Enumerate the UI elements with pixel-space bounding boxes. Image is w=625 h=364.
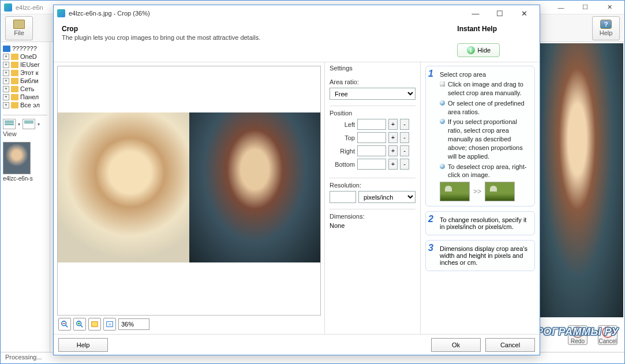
dimensions-value: None: [330, 222, 345, 229]
parent-minimize-button[interactable]: —: [549, 1, 572, 14]
right-input[interactable]: [357, 145, 386, 156]
svg-text:=: =: [108, 321, 111, 327]
dialog-close-button[interactable]: ✕: [512, 6, 536, 21]
area-ratio-select[interactable]: Free: [330, 88, 416, 100]
file-button[interactable]: File: [5, 16, 33, 40]
view-mode-icon[interactable]: [23, 119, 35, 129]
arrow-icon: >>: [473, 187, 481, 196]
resolution-input[interactable]: [330, 191, 356, 203]
tree-item[interactable]: +OneD: [3, 52, 47, 61]
folder-icon: [11, 78, 18, 84]
fit-icon: [91, 320, 99, 328]
hide-button-label: Hide: [478, 47, 491, 54]
expand-icon[interactable]: +: [3, 86, 9, 92]
crop-dialog: e4lzc-e6n-s.jpg - Crop (36%) — ☐ ✕ Crop …: [53, 5, 540, 355]
right-minus-button[interactable]: -: [400, 145, 409, 156]
svg-line-4: [81, 325, 83, 328]
help-step-3: 3 Dimensions display crop area's width a…: [425, 240, 535, 271]
zoom-toolbar: =: [56, 317, 322, 332]
help-bullet: Or select one of predefined area ratios.: [440, 99, 530, 117]
help-button-label: Help: [600, 29, 613, 36]
redo-label: Redo: [571, 338, 585, 344]
ok-button[interactable]: Ok: [431, 338, 481, 352]
folder-icon: [11, 94, 18, 100]
resolution-unit-select[interactable]: pixels/inch: [358, 191, 416, 203]
expand-icon[interactable]: +: [3, 78, 9, 84]
help-bullet: Click on image and drag to select crop a…: [440, 80, 530, 97]
dialog-header: Crop The plugin lets you crop images to …: [54, 21, 540, 62]
hide-button[interactable]: i Hide: [457, 43, 500, 57]
computer-icon: [3, 46, 10, 52]
zoom-in-button[interactable]: [73, 318, 86, 331]
sidebar: ??????? +OneD +IEUser +Этот к +Библи +Се…: [1, 42, 50, 352]
preview-frame[interactable]: [57, 66, 321, 316]
tree-item-label: OneD: [20, 53, 37, 60]
dialog-maximize-button[interactable]: ☐: [488, 6, 512, 21]
bottom-label: Bottom: [330, 161, 355, 168]
svg-line-1: [66, 325, 68, 328]
actual-size-button[interactable]: =: [103, 318, 116, 331]
parent-close-button[interactable]: ✕: [598, 1, 621, 14]
bottom-input[interactable]: [357, 159, 386, 170]
tree-item[interactable]: +Этот к: [3, 69, 47, 77]
left-label: Left: [330, 121, 355, 128]
expand-icon[interactable]: +: [3, 62, 9, 68]
help-column: 1 Select crop area Click on image and dr…: [421, 62, 540, 334]
folder-icon: [11, 54, 18, 60]
svg-rect-7: [92, 322, 98, 327]
top-input[interactable]: [357, 132, 386, 143]
help-thumbnails: >>: [440, 182, 530, 201]
help-step2-text: To change resolution, specify it in pixe…: [440, 216, 530, 230]
fit-screen-button[interactable]: [88, 318, 101, 331]
zoom-out-button[interactable]: [58, 318, 71, 331]
left-plus-button[interactable]: +: [388, 119, 398, 130]
dialog-subheading: The plugin lets you crop images to bring…: [62, 34, 457, 41]
top-plus-button[interactable]: +: [388, 132, 398, 143]
top-minus-button[interactable]: -: [400, 132, 409, 143]
preview-image: [540, 43, 623, 317]
help-step3-text: Dimensions display crop area's width and…: [440, 245, 530, 266]
right-plus-button[interactable]: +: [388, 145, 398, 156]
expand-icon[interactable]: +: [3, 70, 9, 76]
bottom-minus-button[interactable]: -: [400, 159, 409, 170]
dimensions-label: Dimensions:: [330, 213, 416, 220]
help-thumb-after: [485, 182, 515, 201]
help-step-2: 2 To change resolution, specify it in pi…: [425, 211, 535, 235]
help-button[interactable]: ? Help: [592, 16, 620, 40]
preview-image[interactable]: [58, 112, 320, 262]
zoom-in-icon: [76, 320, 84, 328]
expand-icon[interactable]: +: [3, 102, 9, 108]
dialog-titlebar[interactable]: e4lzc-e6n-s.jpg - Crop (36%) — ☐ ✕: [54, 5, 540, 21]
tree-item[interactable]: +Сеть: [3, 85, 47, 93]
status-text: Processing...: [5, 354, 42, 361]
top-label: Top: [330, 134, 355, 141]
settings-column: Settings Area ratio: Free Position Left+…: [325, 62, 421, 334]
zoom-input[interactable]: [118, 318, 149, 330]
dialog-footer: Help Ok Cancel: [54, 334, 540, 355]
tree-root[interactable]: ???????: [3, 44, 47, 52]
dialog-minimize-button[interactable]: —: [463, 6, 488, 21]
thumbnail[interactable]: [3, 142, 31, 174]
parent-maximize-button[interactable]: ☐: [574, 1, 597, 14]
help-step1-title: Select crop area: [440, 71, 530, 78]
tree-item[interactable]: +Панел: [3, 93, 47, 101]
tree-item-label: Панел: [20, 93, 39, 100]
dialog-heading: Crop: [62, 25, 457, 33]
expand-icon[interactable]: +: [3, 94, 9, 100]
view-mode-icon[interactable]: [3, 119, 16, 129]
tree-item[interactable]: +IEUser: [3, 61, 47, 69]
step-number: 3: [428, 243, 433, 253]
expand-icon[interactable]: +: [3, 54, 9, 60]
position-header: Position: [330, 110, 416, 117]
thumbnail-name: e4lzc-e6n-s: [3, 175, 47, 182]
tree-item-label: Библи: [20, 77, 39, 84]
cancel-dialog-button[interactable]: Cancel: [485, 338, 535, 352]
instant-help-title: Instant Help: [457, 25, 497, 33]
left-minus-button[interactable]: -: [400, 119, 409, 130]
dialog-help-button[interactable]: Help: [58, 338, 108, 352]
left-input[interactable]: [357, 119, 386, 130]
tree-item[interactable]: +Все эл: [3, 101, 47, 109]
bottom-plus-button[interactable]: +: [388, 159, 398, 170]
tree-item[interactable]: +Библи: [3, 77, 47, 85]
preview-column: =: [54, 62, 325, 334]
